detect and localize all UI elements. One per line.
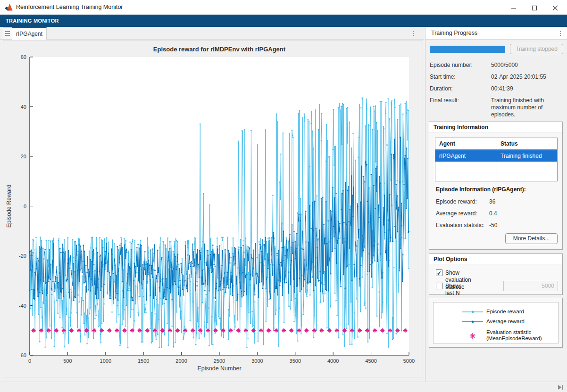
- panel-title: Training Progress: [431, 27, 477, 40]
- evaluation-statistic-marker-icon: [462, 329, 484, 343]
- average-reward-marker-icon: [462, 318, 484, 326]
- group-title: Plot Options: [429, 254, 562, 264]
- training-information-group: Training Information Agent Status rIPGAg…: [429, 122, 563, 250]
- reward-chart: Episode reward for rIMDPEnv with rIPGAge…: [3, 40, 423, 377]
- stat-label-evaluation-statistic: Evaluation statistic:: [436, 222, 484, 229]
- group-title: Training Information: [429, 122, 562, 132]
- status-bar: [0, 382, 567, 392]
- y-tick-label: 60: [21, 54, 26, 60]
- x-tick-label: 0: [28, 358, 31, 364]
- check-icon: ✓: [437, 270, 442, 277]
- field-label: Final result:: [430, 97, 459, 104]
- chart-title: Episode reward for rIMDPEnv with rIPGAge…: [153, 46, 286, 53]
- table-row[interactable]: rIPGAgent Training finished: [435, 150, 557, 162]
- panel-menu-icon[interactable]: ⋮: [556, 27, 565, 40]
- maximize-icon[interactable]: [524, 0, 545, 15]
- stat-label-average-reward: Average reward:: [436, 210, 477, 217]
- field-label: Duration:: [430, 85, 453, 92]
- header-agent: Agent: [439, 138, 455, 150]
- legend-label: Evaluation statistic (MeanEpisodeReward): [486, 329, 542, 342]
- header-status: Status: [500, 138, 518, 150]
- tab-rlpgagent[interactable]: rIPGAgent: [12, 27, 47, 40]
- grip-icon: [5, 31, 10, 37]
- progress-bar: [430, 46, 505, 53]
- y-tick-label: -20: [19, 253, 26, 259]
- legend-label: Episode reward: [486, 309, 524, 315]
- tab-strip-menu-icon[interactable]: ⋮: [409, 27, 418, 40]
- legend-item-average-reward: Average reward: [434, 318, 558, 326]
- legend-item-evaluation-statistic: Evaluation statistic (MeanEpisodeReward): [434, 329, 558, 343]
- field-value: 00:41:39: [491, 85, 563, 92]
- tab-training-monitor[interactable]: TRAINING MONITOR: [0, 15, 65, 27]
- stat-label-episode-reward: Episode reward:: [436, 198, 477, 205]
- field-value: Training finished with maximum number of…: [491, 97, 563, 118]
- episode-information-title: Episode Information (rIPGAgent):: [436, 186, 526, 193]
- x-tick-label: 3500: [290, 358, 301, 364]
- checkbox-unchecked[interactable]: [436, 283, 442, 289]
- x-tick-label: 2000: [175, 358, 187, 364]
- plot-options-group: Plot Options ✓ Show evaluation statistic…: [429, 253, 563, 295]
- tab-grip-handle[interactable]: [3, 27, 12, 40]
- n-episodes-input: [503, 281, 558, 291]
- x-tick-label: 1000: [100, 358, 111, 364]
- play-to-end-icon[interactable]: [557, 384, 564, 390]
- y-tick-label: -40: [19, 303, 26, 309]
- x-axis-label: Episode Number: [197, 365, 241, 372]
- panel-header: Training Progress ⋮: [425, 27, 567, 40]
- x-tick-label: 500: [63, 358, 72, 364]
- cell-agent: rIPGAgent: [439, 150, 466, 162]
- document-tab-strip: rIPGAgent ⋮: [0, 27, 424, 40]
- training-stopped-button: Training stopped: [510, 44, 563, 54]
- more-details-button[interactable]: More Details...: [505, 233, 558, 244]
- field-value: 02-Apr-2025 20:01:55: [491, 74, 563, 81]
- x-tick-label: 4000: [327, 358, 339, 364]
- table-header-row: Agent Status: [435, 138, 557, 150]
- x-tick-label: 3000: [251, 358, 263, 364]
- x-tick-label: 5000: [403, 358, 415, 364]
- minimize-icon[interactable]: [503, 0, 524, 15]
- field-label: Start time:: [430, 74, 456, 80]
- matlab-logo-icon: [5, 3, 13, 11]
- y-tick-label: 0: [24, 204, 26, 209]
- checkbox-checked[interactable]: ✓: [436, 270, 442, 276]
- ribbon-toolbar: TRAINING MONITOR: [0, 15, 567, 27]
- episode-reward-marker-icon: [462, 308, 484, 316]
- stat-value-evaluation-statistic: -50: [489, 222, 497, 229]
- field-label: Episode number:: [430, 62, 473, 68]
- x-tick-label: 1500: [138, 358, 149, 364]
- window-title: Reinforcement Learning Training Monitor: [16, 0, 123, 15]
- cell-status: Training finished: [500, 150, 542, 162]
- field-value: 5000/5000: [491, 62, 563, 69]
- legend-label: Average reward: [486, 318, 525, 325]
- agent-status-table: Agent Status rIPGAgent Training finished: [435, 138, 558, 181]
- legend-item-episode-reward: Episode reward: [434, 308, 558, 316]
- stat-value-episode-reward: 36: [489, 198, 495, 205]
- training-progress-panel: Training Progress ⋮ Training stopped Epi…: [425, 27, 567, 382]
- reward-chart-svg: Episode reward for rIMDPEnv with rIPGAge…: [3, 41, 423, 377]
- y-tick-label: 40: [21, 104, 26, 110]
- y-tick-label: 20: [21, 154, 26, 159]
- x-tick-label: 4500: [365, 358, 376, 364]
- title-bar: Reinforcement Learning Training Monitor: [0, 0, 567, 15]
- chart-legend: Episode reward Average reward: [433, 302, 559, 343]
- stat-value-average-reward: 0.4: [489, 210, 497, 217]
- y-tick-label: -60: [19, 352, 26, 358]
- y-axis-label: Episode Reward: [6, 185, 12, 228]
- close-icon[interactable]: [545, 0, 566, 15]
- legend-group: Episode reward Average reward: [429, 298, 563, 348]
- x-tick-label: 2500: [214, 358, 225, 364]
